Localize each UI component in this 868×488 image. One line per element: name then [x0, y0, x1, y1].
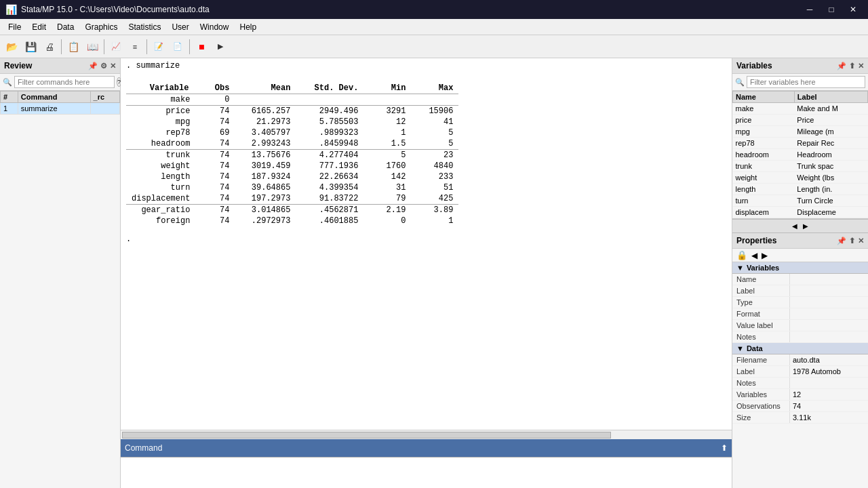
menu-user[interactable]: User: [166, 21, 194, 33]
minimize-button[interactable]: ─: [800, 3, 819, 16]
toolbar-print[interactable]: 🖨: [41, 38, 58, 56]
toolbar-run[interactable]: ▶: [212, 38, 229, 56]
output-area[interactable]: . summarize Variable Obs Mean Std. Dev. …: [121, 58, 732, 430]
review-close[interactable]: ✕: [110, 62, 116, 70]
output-cell-max: 425: [411, 193, 458, 205]
list-item[interactable]: rep78Repair Rec: [733, 138, 868, 149]
prop-key: Notes: [732, 331, 790, 342]
review-panel: Review 📌 ⚙ ✕ 🔍 ? # Command _rc: [0, 58, 121, 488]
var-label-cell: Repair Rec: [794, 138, 867, 149]
var-name-cell: trunk: [733, 161, 795, 172]
toolbar: 📂 💾 🖨 📋 📖 📈 ≡ 📝 📄 ⏹ ▶: [0, 35, 868, 58]
command-expand-icon[interactable]: ⬆: [721, 443, 728, 453]
output-cell-max: 15906: [411, 106, 458, 117]
toolbar-graph[interactable]: 📈: [107, 38, 125, 56]
list-item[interactable]: turnTurn Circle: [733, 195, 868, 207]
toolbar-open[interactable]: 📂: [3, 38, 20, 56]
list-item[interactable]: displacemDisplaceme: [733, 207, 868, 218]
command-input[interactable]: [125, 461, 728, 470]
toolbar-do-editor[interactable]: 📝: [150, 38, 167, 56]
output-cell-std: 4.277404: [296, 150, 363, 161]
menu-graphics[interactable]: Graphics: [79, 21, 123, 33]
output-hscrollbar[interactable]: [121, 430, 732, 439]
toolbar-viewer[interactable]: 📖: [83, 38, 101, 56]
prop-nav-prev[interactable]: ◀: [751, 251, 757, 260]
var-search-input[interactable]: [747, 76, 865, 88]
output-cell-std: 91.83722: [296, 193, 363, 205]
output-cell-std: 5.785503: [296, 117, 363, 127]
properties-close[interactable]: ✕: [858, 237, 864, 245]
menu-window[interactable]: Window: [195, 21, 235, 33]
review-col-command: Command: [18, 92, 90, 103]
list-item[interactable]: headroomHeadroom: [733, 149, 868, 161]
output-cell-obs: 74: [194, 117, 235, 127]
menu-file[interactable]: File: [3, 21, 26, 33]
output-cell-min: [363, 94, 411, 106]
nav-right[interactable]: ▶: [800, 221, 811, 231]
prop-nav-next[interactable]: ▶: [762, 251, 768, 260]
menu-data[interactable]: Data: [52, 21, 79, 33]
close-button[interactable]: ✕: [844, 3, 863, 16]
var-label-cell: Price: [794, 115, 867, 126]
col-mean: Mean: [235, 83, 296, 94]
output-table: Variable Obs Mean Std. Dev. Min Max make…: [126, 83, 458, 226]
lock-icon[interactable]: 🔒: [736, 250, 747, 260]
var-name-cell: headroom: [733, 149, 795, 161]
prop-value: [790, 285, 795, 296]
menu-statistics[interactable]: Statistics: [123, 21, 166, 33]
list-item[interactable]: lengthLength (in.: [733, 184, 868, 195]
toolbar-data-editor[interactable]: ≡: [126, 38, 144, 56]
review-search-input[interactable]: [14, 76, 115, 88]
properties-maximize[interactable]: ⬆: [849, 237, 855, 245]
table-row: make0: [126, 94, 458, 106]
nav-left[interactable]: ◀: [789, 221, 800, 231]
toolbar-save[interactable]: 💾: [22, 38, 39, 56]
toolbar-log[interactable]: 📋: [64, 38, 82, 56]
output-cell-min: 79: [363, 193, 411, 205]
panel-nav: ◀ ▶: [732, 219, 868, 233]
app-icon: 📊: [5, 4, 17, 15]
var-col-label: Label: [794, 92, 867, 103]
prop-section-data[interactable]: ▼ Data: [732, 343, 868, 354]
output-cell-obs: 74: [194, 150, 235, 161]
variables-controls: 📌 ⬆ ✕: [837, 62, 864, 70]
review-pin[interactable]: 📌: [88, 62, 98, 70]
properties-panel: Properties 📌 ⬆ ✕ 🔒 ◀ ▶ ▼ Variables NameL…: [732, 233, 868, 488]
variables-maximize[interactable]: ⬆: [849, 62, 855, 70]
list-item[interactable]: trunkTrunk spac: [733, 161, 868, 172]
prop-value: 12: [790, 389, 804, 400]
output-cell-var: foreign: [126, 216, 194, 226]
prop-value: [790, 320, 795, 331]
list-item[interactable]: mpgMileage (m: [733, 126, 868, 138]
list-item[interactable]: pricePrice: [733, 115, 868, 126]
table-row: price746165.2572949.496329115906: [126, 106, 458, 117]
output-cell-min: 142: [363, 171, 411, 182]
toolbar-do-file[interactable]: 📄: [169, 38, 186, 56]
center-panel: . summarize Variable Obs Mean Std. Dev. …: [121, 58, 732, 488]
variables-close[interactable]: ✕: [858, 62, 864, 70]
output-cell-obs: 74: [194, 205, 235, 216]
output-cell-min: 5: [363, 150, 411, 161]
toolbar-break[interactable]: ⏹: [193, 38, 210, 56]
var-search-icon: 🔍: [735, 78, 745, 87]
table-row[interactable]: 1 summarize: [1, 103, 120, 115]
stata-prompt: . summarize: [126, 61, 726, 70]
menu-edit[interactable]: Edit: [26, 21, 52, 33]
var-label-cell: Mileage (m: [794, 126, 867, 138]
list-item[interactable]: makeMake and M: [733, 103, 868, 115]
review-settings[interactable]: ⚙: [100, 62, 107, 70]
properties-pin[interactable]: 📌: [837, 237, 846, 245]
command-label: Command: [125, 443, 162, 453]
prop-value: 3.11k: [790, 412, 814, 423]
properties-controls: 📌 ⬆ ✕: [837, 237, 864, 245]
var-label-cell: Trunk spac: [794, 161, 867, 172]
list-item[interactable]: weightWeight (lbs: [733, 172, 868, 184]
output-cell-mean: 2.993243: [235, 138, 296, 150]
menu-help[interactable]: Help: [234, 21, 262, 33]
var-name-cell: length: [733, 184, 795, 195]
variables-list: Name Label makeMake and MpricePricempgMi…: [732, 91, 868, 218]
variables-pin[interactable]: 📌: [837, 62, 846, 70]
prop-section-variables[interactable]: ▼ Variables: [732, 262, 868, 274]
output-cell-std: 777.1936: [296, 161, 363, 171]
maximize-button[interactable]: □: [822, 3, 841, 16]
